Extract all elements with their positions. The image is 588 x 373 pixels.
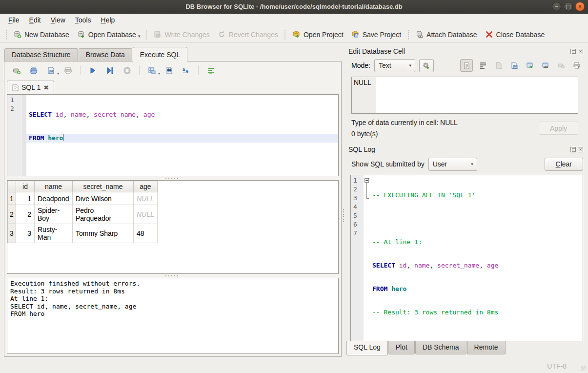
export-results-button[interactable]: ▾ [146, 65, 157, 76]
new-sql-tab-button[interactable] [11, 65, 22, 76]
maximize-button[interactable]: ▢ [564, 2, 573, 11]
corner-header[interactable] [8, 181, 16, 192]
open-database-icon [77, 30, 85, 39]
fold-collapse-icon[interactable] [365, 178, 369, 183]
cell-secret-name[interactable]: Tommy Sharp [73, 224, 134, 243]
apply-settings-button[interactable] [419, 59, 434, 72]
log-fold-margin[interactable] [364, 175, 370, 341]
close-database-button[interactable]: Close Database [481, 28, 549, 41]
write-changes-button: Write Changes [149, 28, 213, 41]
cell-secret-name[interactable]: Dive Wilson [73, 192, 134, 205]
cell-age[interactable]: 48 [134, 224, 158, 243]
row-header[interactable]: 3 [8, 224, 16, 243]
sql-editor-toolbar: ▾ ▾ aa [4, 62, 341, 79]
export-dropdown-arrow[interactable]: ▾ [158, 71, 160, 76]
sql-1-tab[interactable]: SQL 1 ✖ [7, 81, 54, 94]
text-mode-button[interactable] [460, 59, 473, 72]
tab-database-structure[interactable]: Database Structure [4, 48, 78, 61]
open-project-button[interactable]: Open Project [288, 28, 347, 41]
minimize-button[interactable]: − [552, 2, 561, 11]
tab-browse-data[interactable]: Browse Data [79, 48, 132, 61]
log-line-5: FROM hero [370, 285, 583, 293]
word-wrap-button[interactable] [205, 65, 216, 76]
menu-edit[interactable]: Edit [25, 15, 45, 25]
close-dock-icon[interactable]: ✕ [578, 147, 583, 152]
column-header-age[interactable]: age [134, 181, 158, 192]
execute-all-button[interactable] [87, 65, 98, 76]
row-header[interactable]: 2 [8, 205, 16, 224]
toolbar-grip[interactable] [5, 29, 7, 40]
save-sql-file-button[interactable]: ▾ [45, 65, 56, 76]
print-button[interactable] [62, 65, 73, 76]
column-header-name[interactable]: name [35, 181, 73, 192]
text-mode-icon [463, 62, 470, 69]
execute-line-button[interactable] [104, 65, 115, 76]
toolbar-grip[interactable] [407, 29, 409, 40]
cell-id[interactable]: 3 [16, 224, 35, 243]
sql-log-view[interactable]: 1 2 3 4 5 6 7 -- EXECUTING ALL IN 'SQL 1… [350, 175, 583, 341]
import-cell-data-button [493, 60, 504, 71]
cell-name[interactable]: Spider-Boy [35, 205, 73, 224]
sql-tab-close-icon[interactable]: ✖ [43, 84, 49, 91]
word-wrap-cell-button[interactable] [478, 60, 488, 71]
title-bar[interactable]: DB Browser for SQLite - /home/user/code/… [0, 0, 588, 14]
results-message-splitter[interactable] [4, 274, 341, 278]
cell-age[interactable]: NULL [134, 205, 158, 224]
open-database-button[interactable]: Open Database ▾ [73, 28, 144, 41]
vertical-splitter[interactable] [342, 43, 345, 359]
resize-grip[interactable] [581, 366, 587, 372]
menu-help[interactable]: Help [97, 15, 120, 25]
new-database-button[interactable]: New Database [9, 28, 73, 41]
set-as-button[interactable] [525, 60, 535, 71]
cell-name[interactable]: Deadpond [35, 192, 73, 205]
menu-file[interactable]: File [4, 15, 24, 25]
editor-results-splitter[interactable] [4, 176, 341, 180]
attach-database-button[interactable]: Attach Database [411, 28, 481, 41]
clear-log-button[interactable]: Clear [545, 158, 583, 171]
float-dock-icon[interactable] [570, 147, 576, 152]
row-header[interactable]: 1 [8, 192, 16, 205]
cell-name[interactable]: Rusty-Man [35, 224, 73, 243]
find-button[interactable] [163, 65, 174, 76]
close-dock-icon[interactable]: ✕ [578, 49, 583, 54]
cell-age[interactable]: NULL [134, 192, 158, 205]
execution-message: Execution finished without errors. Resul… [7, 278, 339, 354]
cell-id[interactable]: 2 [16, 205, 35, 224]
cell-value-editor[interactable]: NULL [351, 77, 578, 114]
mode-select[interactable]: Text ▾ [374, 59, 415, 72]
open-link-button[interactable] [540, 60, 551, 71]
new-database-icon [13, 30, 21, 39]
dock-tab-remote[interactable]: Remote [467, 341, 506, 354]
float-dock-icon[interactable] [570, 49, 576, 54]
dock-tab-plot[interactable]: Plot [388, 341, 415, 354]
submitted-by-select[interactable]: User ▾ [428, 158, 477, 171]
export-cell-data-button[interactable] [509, 60, 520, 71]
results-grid[interactable]: id name secret_name age 1 1 Deadpond Div… [7, 180, 339, 274]
main-toolbar: New Database Open Database ▾ Write Chang… [0, 26, 588, 43]
cell-id[interactable]: 1 [16, 192, 35, 205]
menu-tools[interactable]: Tools [71, 15, 96, 25]
column-header-secret-name[interactable]: secret_name [73, 181, 134, 192]
sql-editor[interactable]: 1 2 SELECT id, name, secret_name, age FR… [7, 94, 339, 176]
save-sql-dropdown-arrow[interactable]: ▾ [57, 71, 59, 76]
open-sql-file-icon [30, 66, 38, 75]
set-null-button [556, 60, 567, 71]
dock-tab-sql-log[interactable]: SQL Log [346, 341, 388, 355]
column-header-id[interactable]: id [16, 181, 35, 192]
editor-code-area[interactable]: SELECT id, name, secret_name, age FROM h… [26, 95, 338, 176]
open-project-icon [292, 30, 301, 39]
save-project-button[interactable]: Save Project [347, 28, 405, 41]
dock-tab-db-schema[interactable]: DB Schema [415, 341, 466, 354]
open-sql-file-button[interactable] [28, 65, 39, 76]
close-button[interactable]: × [575, 2, 585, 11]
close-database-icon [485, 30, 493, 39]
open-database-dropdown-arrow[interactable]: ▾ [138, 34, 141, 39]
print-cell-button[interactable] [571, 60, 582, 71]
set-null-icon [557, 62, 565, 69]
menu-view[interactable]: View [46, 15, 70, 25]
save-project-icon [351, 30, 360, 39]
cell-secret-name[interactable]: Pedro Parqueador [73, 205, 134, 224]
toolbar-grip[interactable] [284, 29, 286, 40]
format-sql-button[interactable]: aa [181, 65, 191, 76]
tab-execute-sql[interactable]: Execute SQL [133, 47, 188, 62]
